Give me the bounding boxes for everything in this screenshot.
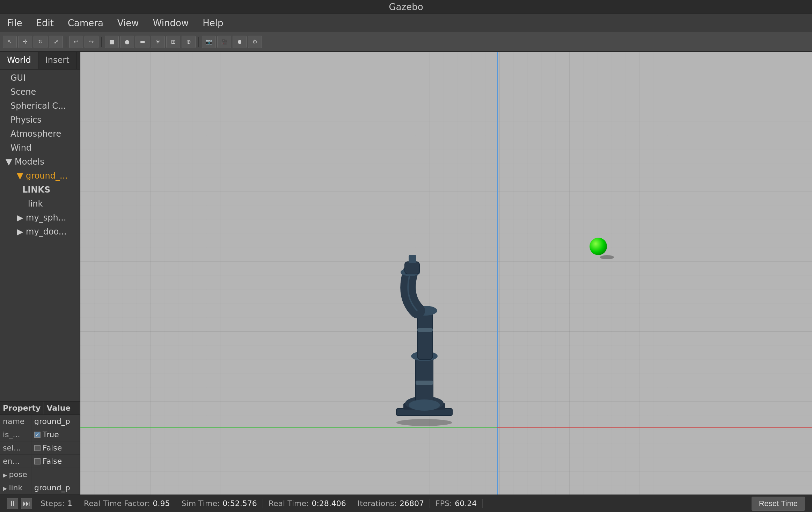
tool-cam2[interactable]: 🎥 bbox=[217, 36, 231, 48]
step-icon: ⏭ bbox=[23, 499, 30, 508]
svg-point-7 bbox=[409, 399, 440, 411]
prop-row-link[interactable]: link ground_p bbox=[0, 481, 80, 495]
simtime-value: 0:52.576 bbox=[222, 499, 257, 508]
realtime-label: Real Time: bbox=[269, 499, 309, 508]
prop-val-sel: False bbox=[31, 441, 80, 454]
svg-rect-13 bbox=[409, 255, 416, 263]
prop-val-name: ground_p bbox=[31, 415, 80, 428]
tree-link[interactable]: link bbox=[0, 197, 80, 211]
tool-rotate[interactable]: ↻ bbox=[34, 36, 47, 48]
pause-button[interactable]: ⏸ bbox=[7, 498, 18, 509]
tool-cylinder[interactable]: ▬ bbox=[136, 36, 149, 48]
toolbar-sep-3 bbox=[198, 37, 199, 47]
prop-row-sel: sel... False bbox=[0, 441, 80, 455]
tool-snap[interactable]: ⊕ bbox=[182, 36, 196, 48]
tree-spherical[interactable]: Spherical C... bbox=[0, 99, 80, 113]
tree-ground[interactable]: ▼ ground_... bbox=[0, 169, 80, 183]
prop-row-is: is_... ✓ True bbox=[0, 428, 80, 441]
simtime-indicator: Sim Time: 0:52.576 bbox=[176, 499, 263, 508]
tree-mydoo[interactable]: ▶ my_doo... bbox=[0, 225, 80, 239]
prop-key-is: is_... bbox=[0, 428, 31, 441]
realtime-value: 0:28.406 bbox=[312, 499, 346, 508]
menu-view[interactable]: View bbox=[110, 15, 146, 31]
statusbar: ⏸ ⏭ Steps: 1 Real Time Factor: 0.95 Sim … bbox=[0, 495, 812, 512]
menu-help[interactable]: Help bbox=[196, 15, 230, 31]
step-button[interactable]: ⏭ bbox=[21, 498, 32, 509]
menu-camera[interactable]: Camera bbox=[61, 15, 110, 31]
properties-panel: Property Value name ground_p is_... ✓ Tr… bbox=[0, 401, 80, 495]
properties-header: Property Value bbox=[0, 402, 80, 415]
rtf-value: 0.95 bbox=[153, 499, 170, 508]
robot-svg bbox=[375, 251, 473, 426]
svg-rect-9 bbox=[417, 311, 433, 360]
tree-scene[interactable]: Scene bbox=[0, 85, 80, 99]
titlebar: Gazebo bbox=[0, 0, 812, 14]
left-panel: World Insert GUI Scene Spherical C... Ph… bbox=[0, 52, 80, 495]
tree-mysph[interactable]: ▶ my_sph... bbox=[0, 211, 80, 225]
iter-label: Iterations: bbox=[358, 499, 397, 508]
prop-key-link: link bbox=[0, 481, 31, 494]
checkbox-en[interactable] bbox=[34, 458, 41, 464]
reset-time-button[interactable]: Reset Time bbox=[752, 497, 805, 511]
prop-key-en: en... bbox=[0, 455, 31, 468]
tool-undo[interactable]: ↩ bbox=[69, 36, 83, 48]
prop-val-pose bbox=[31, 473, 80, 477]
checkbox-is[interactable]: ✓ bbox=[34, 432, 41, 438]
tool-extra1[interactable]: ⚙ bbox=[248, 36, 262, 48]
axis-line-red bbox=[497, 427, 812, 428]
svg-rect-14 bbox=[416, 381, 433, 385]
toolbar-sep-2 bbox=[101, 37, 102, 47]
robot-model bbox=[375, 251, 473, 428]
checkbox-sel[interactable] bbox=[34, 445, 41, 451]
tool-record[interactable]: ⏺ bbox=[233, 36, 247, 48]
prop-val-link: ground_p bbox=[31, 481, 80, 494]
tree-models[interactable]: ▼ Models bbox=[0, 155, 80, 169]
menubar: File Edit Camera View Window Help bbox=[0, 14, 812, 32]
tool-light[interactable]: ☀ bbox=[151, 36, 165, 48]
tool-grid[interactable]: ⊞ bbox=[166, 36, 180, 48]
prop-row-pose[interactable]: pose bbox=[0, 468, 80, 481]
tool-cam1[interactable]: 📷 bbox=[202, 36, 216, 48]
tab-insert[interactable]: Insert bbox=[38, 52, 77, 69]
panel-tabs: World Insert bbox=[0, 52, 80, 70]
menu-edit[interactable]: Edit bbox=[29, 15, 61, 31]
svg-point-16 bbox=[396, 419, 452, 426]
tool-sphere[interactable]: ● bbox=[120, 36, 134, 48]
prop-val-is: ✓ True bbox=[31, 428, 80, 441]
tool-scale[interactable]: ⤢ bbox=[49, 36, 63, 48]
prop-row-name: name ground_p bbox=[0, 415, 80, 428]
iter-indicator: Iterations: 26807 bbox=[352, 499, 430, 508]
tree-atmosphere[interactable]: Atmosphere bbox=[0, 127, 80, 141]
fps-value: 60.24 bbox=[455, 499, 477, 508]
tree-wind[interactable]: Wind bbox=[0, 141, 80, 155]
menu-file[interactable]: File bbox=[0, 15, 29, 31]
prop-key-name: name bbox=[0, 415, 31, 428]
toolbar-sep-1 bbox=[66, 37, 66, 47]
tool-redo[interactable]: ↪ bbox=[85, 36, 98, 48]
svg-rect-12 bbox=[405, 262, 419, 274]
tool-select[interactable]: ↖ bbox=[3, 36, 17, 48]
prop-row-en: en... False bbox=[0, 455, 80, 468]
simtime-label: Sim Time: bbox=[182, 499, 220, 508]
app-title: Gazebo bbox=[389, 2, 423, 12]
prop-val-is-text: True bbox=[43, 430, 59, 439]
steps-value: 1 bbox=[67, 499, 72, 508]
tool-translate[interactable]: ✛ bbox=[18, 36, 32, 48]
tree-links[interactable]: LINKS bbox=[0, 183, 80, 197]
pause-icon: ⏸ bbox=[9, 499, 16, 508]
tool-box[interactable]: ■ bbox=[105, 36, 119, 48]
tab-world[interactable]: World bbox=[0, 52, 38, 69]
menu-window[interactable]: Window bbox=[146, 15, 196, 31]
prop-val-en: False bbox=[31, 455, 80, 468]
tree-physics[interactable]: Physics bbox=[0, 113, 80, 127]
prop-key-sel: sel... bbox=[0, 441, 31, 454]
svg-rect-15 bbox=[417, 328, 433, 332]
steps-indicator: Steps: 1 bbox=[35, 499, 78, 508]
fps-indicator: FPS: 60.24 bbox=[430, 499, 483, 508]
viewport[interactable] bbox=[80, 52, 812, 495]
fps-label: FPS: bbox=[436, 499, 452, 508]
prop-col-value: Value bbox=[44, 402, 80, 414]
steps-label: Steps: bbox=[41, 499, 65, 508]
prop-col-property: Property bbox=[0, 402, 44, 414]
tree-gui[interactable]: GUI bbox=[0, 71, 80, 85]
